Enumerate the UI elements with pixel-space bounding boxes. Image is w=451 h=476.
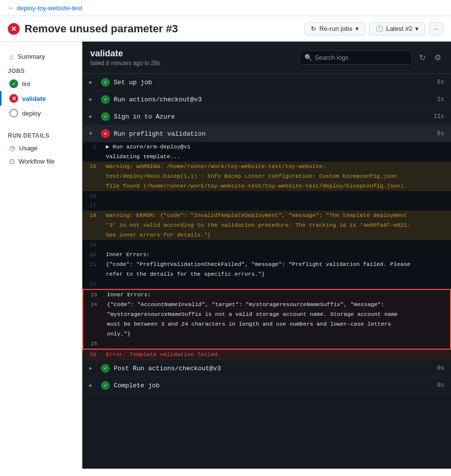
sidebar-item-workflow-file[interactable]: ⊡ Workflow file: [0, 155, 82, 168]
line-content: Validating template...: [102, 152, 451, 162]
log-subtitle: failed 8 minutes ago in 29s: [90, 60, 160, 67]
run-details-section: Run details ◷ Usage ⊡ Workflow file: [0, 128, 82, 168]
log-line: 17: [82, 201, 451, 211]
summary-label: Summary: [18, 53, 45, 60]
header-actions: ↻ Re-run jobs ▾ 🕐 Latest #2 ▾ ···: [304, 22, 443, 35]
step-setup-duration: 6s: [437, 79, 444, 86]
step-signin-duration: 11s: [433, 113, 444, 120]
step-preflight-duration: 8s: [437, 130, 444, 137]
step-complete-header[interactable]: ▶ ✓ Complete job 0s: [82, 377, 451, 394]
line-num: 26: [82, 350, 102, 359]
step-signin-chevron: ▶: [89, 114, 97, 119]
step-setup-chevron: ▶: [89, 79, 97, 85]
line-num: 24: [83, 300, 103, 339]
step-post-checkout-name: Post Run actions/checkout@v3: [114, 365, 433, 372]
more-options-button[interactable]: ···: [429, 22, 443, 35]
sidebar-item-deploy[interactable]: deploy: [0, 106, 82, 120]
line-content: [102, 201, 451, 211]
log-header-right: 🔍 ↻ ⚙: [300, 50, 443, 65]
rerun-jobs-button[interactable]: ↻ Re-run jobs ▾: [304, 22, 365, 35]
step-signin-name: Sign in to Azure: [114, 113, 429, 120]
validate-label: validate: [22, 95, 46, 102]
step-post-checkout-status: ✓: [101, 364, 110, 373]
log-line: 15 Warning: WARNING: /home/runner/work/t…: [82, 162, 451, 191]
file-icon: ⊡: [9, 158, 15, 165]
top-bar: ← deploy-toy-website-test: [0, 0, 451, 16]
line-num: 15: [82, 162, 102, 191]
line-num: 23: [83, 290, 103, 300]
line-num: 19: [82, 240, 102, 250]
step-post-checkout-duration: 0s: [437, 365, 444, 372]
deploy-status-icon: [9, 109, 18, 118]
line-content: [102, 191, 451, 201]
log-lines-container: 1 ▶ Run azure/arm-deploy@v1 Validating t…: [82, 142, 451, 359]
step-preflight-status: ✕: [101, 129, 110, 138]
search-input[interactable]: [300, 50, 412, 65]
sidebar-jobs-section: Jobs: [0, 64, 82, 76]
log-body: ▶ ✓ Set up job 6s ▶ ✓ Run actions/checko…: [82, 74, 451, 469]
error-status-icon: ✕: [8, 23, 20, 35]
step-setup-header[interactable]: ▶ ✓ Set up job 6s: [82, 74, 451, 91]
line-content: [103, 339, 450, 349]
back-arrow-icon: ←: [8, 4, 15, 12]
log-line: 26 Error: Template validation failed.: [82, 350, 451, 359]
step-complete-status: ✓: [101, 381, 110, 390]
log-header: validate failed 8 minutes ago in 29s 🔍 ↻…: [82, 42, 451, 74]
step-complete-duration: 0s: [437, 382, 444, 389]
dots-icon: ···: [433, 25, 439, 32]
step-signin-header[interactable]: ▶ ✓ Sign in to Azure 11s: [82, 108, 451, 125]
workflow-file-label: Workflow file: [19, 158, 54, 165]
line-num: 20: [82, 250, 102, 260]
step-checkout-status: ✓: [101, 95, 110, 104]
step-complete-name: Complete job: [114, 382, 433, 389]
refresh-button[interactable]: ↻: [417, 51, 427, 64]
search-input-wrap: 🔍: [300, 50, 412, 65]
usage-label: Usage: [19, 144, 38, 152]
latest-button[interactable]: 🕐 Latest #2 ▾: [369, 22, 426, 35]
line-num: 18: [82, 211, 102, 240]
log-line: Validating template...: [82, 152, 451, 162]
run-details-label: Run details: [0, 128, 82, 141]
step-setup-status: ✓: [101, 78, 110, 87]
step-signin-status: ✓: [101, 112, 110, 121]
sidebar: ⌂ Summary Jobs ✓ lint ✕ validate deploy …: [0, 42, 82, 469]
settings-button[interactable]: ⚙: [432, 51, 443, 64]
step-setup-name: Set up job: [114, 79, 433, 86]
step-signin: ▶ ✓ Sign in to Azure 11s: [82, 108, 451, 125]
line-content: Warning: ERROR: {"code": "InvalidTemplat…: [102, 211, 451, 240]
step-checkout-header[interactable]: ▶ ✓ Run actions/checkout@v3 1s: [82, 91, 451, 108]
line-content: [102, 279, 451, 289]
rerun-chevron-icon: ▾: [355, 25, 359, 32]
step-preflight-header[interactable]: ▼ ✕ Run preflight validation 8s: [82, 125, 451, 142]
page-header: ✕ Remove unused parameter #3 ↻ Re-run jo…: [0, 16, 451, 42]
latest-label: Latest #2: [386, 25, 413, 32]
line-content: Inner Errors:: [102, 250, 451, 260]
step-checkout-name: Run actions/checkout@v3: [114, 96, 433, 103]
step-preflight-chevron: ▼: [89, 131, 97, 137]
step-post-checkout-header[interactable]: ▶ ✓ Post Run actions/checkout@v3 0s: [82, 360, 451, 377]
log-line: 25: [83, 339, 450, 349]
back-link[interactable]: ← deploy-toy-website-test: [8, 4, 82, 12]
step-post-checkout: ▶ ✓ Post Run actions/checkout@v3 0s: [82, 360, 451, 377]
log-line: 20 Inner Errors:: [82, 250, 451, 260]
sidebar-item-summary[interactable]: ⌂ Summary: [0, 49, 82, 64]
line-content: Warning: WARNING: /home/runner/work/toy-…: [102, 162, 451, 191]
line-num: 21: [82, 260, 102, 279]
sidebar-item-usage[interactable]: ◷ Usage: [0, 141, 82, 155]
rerun-icon: ↻: [311, 25, 316, 32]
validate-status-icon: ✕: [9, 94, 18, 103]
page-title-row: ✕ Remove unused parameter #3: [8, 23, 178, 35]
clock-icon: 🕐: [376, 25, 383, 32]
sidebar-item-lint[interactable]: ✓ lint: [0, 76, 82, 91]
log-line: 16: [82, 191, 451, 201]
sidebar-item-validate[interactable]: ✕ validate: [0, 91, 82, 106]
log-title: validate: [90, 48, 160, 59]
search-icon: 🔍: [304, 54, 312, 61]
line-content: {"code": "PreflightValidationCheckFailed…: [102, 260, 451, 279]
line-num: 17: [82, 201, 102, 211]
log-line: 23 Inner Errors:: [83, 290, 450, 300]
step-checkout-duration: 1s: [437, 96, 444, 103]
log-line: 24 {"code": "AccountNameInvalid", "targe…: [83, 300, 450, 339]
line-num: [82, 152, 102, 162]
log-line: 18 Warning: ERROR: {"code": "InvalidTemp…: [82, 211, 451, 240]
